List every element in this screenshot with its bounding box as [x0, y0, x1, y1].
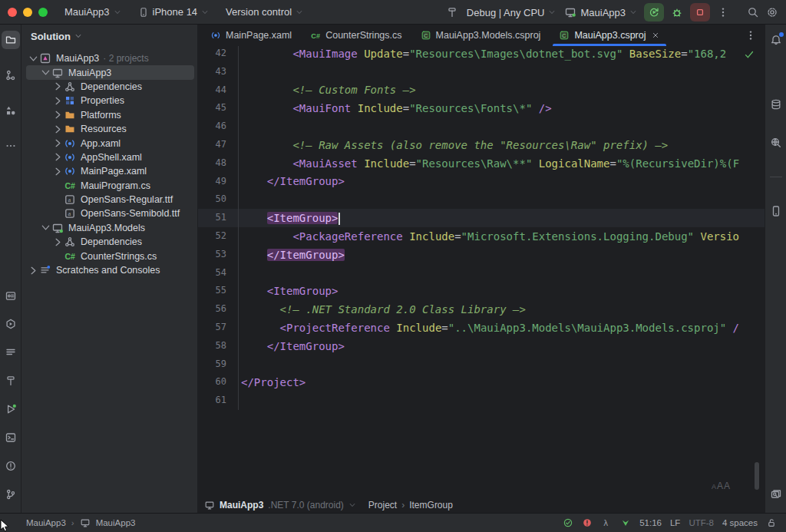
build-hammer-icon[interactable]	[446, 6, 458, 18]
tree-item-MauiApp3.Models[interactable]: MauiApp3.Models	[21, 221, 197, 235]
code-line-58[interactable]: 58 </ItemGroup>	[198, 337, 765, 355]
structure-icon[interactable]	[2, 66, 20, 84]
build-icon[interactable]	[2, 372, 20, 390]
inspection-status-icon[interactable]	[743, 48, 755, 61]
tree-item-MauiProgram.cs[interactable]: C#MauiProgram.cs	[21, 179, 197, 193]
settings-icon[interactable]	[766, 6, 778, 18]
tree-item-Resources[interactable]: Resources	[21, 122, 197, 136]
chevron-right-icon[interactable]	[52, 81, 64, 92]
chevron-right-icon[interactable]	[52, 151, 64, 163]
close-window-button[interactable]	[8, 8, 17, 17]
line-number[interactable]: 58	[198, 337, 239, 355]
tab-MauiApp3.csproj[interactable]: CMauiApp3.csproj	[550, 25, 669, 46]
code-line-55[interactable]: 55 <ItemGroup>	[198, 282, 765, 300]
chevron-right-icon[interactable]	[28, 265, 39, 276]
code-line-59[interactable]: 59	[198, 355, 765, 374]
breadcrumb-item[interactable]: Project	[368, 500, 397, 511]
writable-indicator-icon[interactable]	[766, 517, 777, 528]
todo-icon[interactable]	[2, 343, 20, 362]
code-line-56[interactable]: 56 <!— .NET Standard 2.0 Class Library —…	[198, 300, 765, 319]
chevron-right-icon[interactable]	[52, 236, 64, 248]
code-line-48[interactable]: 48 <MauiAsset Include="Resources\Raw\**"…	[198, 154, 765, 173]
run-button[interactable]	[644, 3, 664, 21]
solution-panel-header[interactable]: Solution	[21, 25, 197, 48]
notifications-icon[interactable]	[767, 31, 785, 49]
line-separator[interactable]: LF	[670, 518, 680, 527]
web-search-icon[interactable]	[767, 134, 785, 152]
breadcrumb-framework[interactable]: .NET 7.0 (android)	[268, 500, 344, 511]
code-line-46[interactable]: 46	[198, 117, 765, 136]
nuget-icon[interactable]	[2, 101, 20, 120]
tree-item-MauiApp3[interactable]: MauiApp3	[26, 65, 194, 79]
file-encoding[interactable]: UTF-8	[689, 518, 714, 527]
line-number[interactable]: 52	[198, 227, 239, 246]
line-number[interactable]: 42	[198, 46, 239, 63]
code-line-49[interactable]: 49 </ItemGroup>	[198, 173, 765, 191]
chevron-right-icon[interactable]	[52, 137, 64, 149]
tree-item-OpenSans-Regular.ttf[interactable]: aOpenSans-Regular.ttf	[21, 193, 197, 207]
code-line-60[interactable]: 60</Project>	[198, 373, 765, 392]
code-line-47[interactable]: 47 <!— Raw Assets (also remove the "Reso…	[198, 136, 765, 154]
line-number[interactable]: 55	[198, 282, 239, 300]
vcs-widget[interactable]: Version control	[226, 6, 303, 18]
chevron-right-icon[interactable]	[52, 95, 64, 107]
caret-position[interactable]: 51:16	[639, 518, 662, 527]
tab-options-icon[interactable]	[745, 29, 757, 41]
line-number[interactable]: 44	[198, 81, 239, 100]
debug-button[interactable]	[671, 6, 683, 18]
tab-MainPage.xaml[interactable]: MainPage.xaml	[201, 25, 301, 46]
problems-icon[interactable]	[2, 457, 20, 475]
code-line-51[interactable]: 51 <ItemGroup>	[198, 209, 765, 227]
tree-item-Platforms[interactable]: Platforms	[21, 108, 197, 122]
tree-item-App.xaml[interactable]: App.xaml	[21, 136, 197, 150]
line-number[interactable]: 48	[198, 154, 239, 173]
stop-button[interactable]	[690, 3, 710, 21]
code-line-42[interactable]: 42 <MauiImage Update="Resources\Images\d…	[198, 46, 765, 63]
search-icon[interactable]	[747, 6, 759, 18]
breadcrumb-item[interactable]: ItemGroup	[409, 500, 453, 511]
line-number[interactable]: 61	[198, 392, 239, 410]
line-number[interactable]: 53	[198, 246, 239, 264]
run-icon[interactable]	[2, 400, 20, 418]
chevron-down-icon[interactable]	[40, 67, 51, 78]
line-number[interactable]: 50	[198, 190, 239, 209]
tree-item-OpenSans-Semibold.ttf[interactable]: aOpenSans-Semibold.ttf	[21, 207, 197, 220]
line-number[interactable]: 57	[198, 319, 239, 337]
line-number[interactable]: 56	[198, 300, 239, 319]
run-config-selector[interactable]: Debug | Any CPU	[467, 7, 556, 18]
tree-item-MainPage.xaml[interactable]: MainPage.xaml	[21, 164, 197, 178]
line-number[interactable]: 43	[198, 63, 239, 81]
code-line-45[interactable]: 45 <MauiFont Include="Resources\Fonts\*"…	[198, 99, 765, 117]
chevron-right-icon[interactable]	[52, 166, 64, 177]
chevron-right-icon[interactable]	[52, 109, 64, 121]
code-editor[interactable]: 42 <MauiImage Update="Resources\Images\d…	[198, 46, 765, 497]
more-actions-icon[interactable]	[717, 6, 729, 18]
minimize-window-button[interactable]	[23, 8, 32, 17]
code-line-57[interactable]: 57 <ProjectReference Include="..\MauiApp…	[198, 319, 765, 337]
tree-item-AppShell.xaml[interactable]: AppShell.xaml	[21, 150, 197, 164]
tree-item-Scratches and Consoles[interactable]: Scratches and Consoles	[21, 263, 197, 277]
breadcrumb-project[interactable]: MauiApp3	[220, 500, 263, 511]
run-target-selector[interactable]: MauiApp3	[564, 6, 637, 18]
code-line-54[interactable]: 54	[198, 264, 765, 283]
line-number[interactable]: 49	[198, 173, 239, 191]
code-line-50[interactable]: 50	[198, 190, 765, 209]
device-manager-icon[interactable]	[767, 202, 785, 220]
line-number[interactable]: 59	[198, 355, 239, 374]
tab-MauiApp3.Models.csproj[interactable]: CMauiApp3.Models.csproj	[411, 25, 550, 46]
status-solution[interactable]: MauiApp3	[26, 518, 66, 527]
find-in-files-icon[interactable]	[767, 485, 785, 504]
zoom-window-button[interactable]	[38, 8, 48, 17]
line-number[interactable]: 54	[198, 264, 239, 283]
tree-item-Properties[interactable]: Properties	[21, 94, 197, 107]
vcs-update-icon[interactable]	[620, 517, 631, 528]
inspections-ok-icon[interactable]	[563, 517, 573, 528]
tree-item-CounterStrings.cs[interactable]: C#CounterStrings.cs	[21, 249, 197, 263]
code-line-61[interactable]: 61	[198, 392, 765, 410]
line-number[interactable]: 46	[198, 117, 239, 136]
line-number[interactable]: 51	[198, 209, 239, 227]
app-menu[interactable]: MauiApp3	[64, 6, 121, 18]
project-view-icon[interactable]	[2, 31, 20, 49]
terminal-icon[interactable]	[2, 428, 20, 447]
chevron-down-icon[interactable]	[28, 53, 39, 64]
